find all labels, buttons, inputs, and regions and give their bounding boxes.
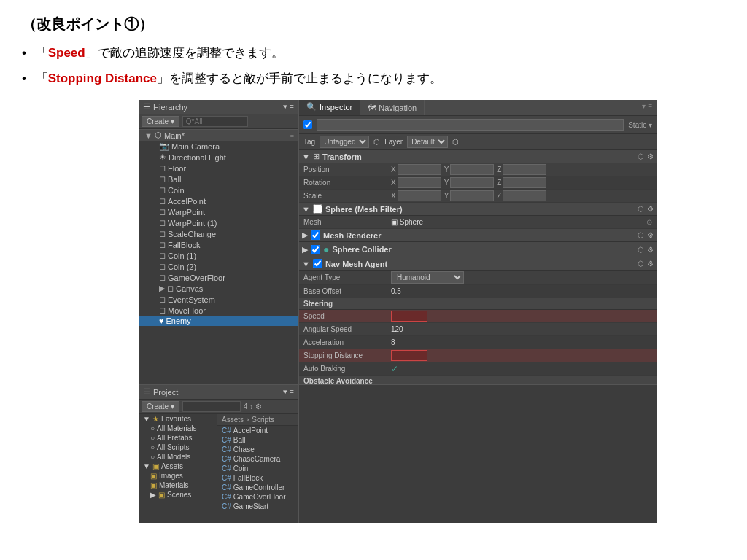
steering-section: Steering bbox=[299, 298, 657, 310]
rot-y-input[interactable]: 0 bbox=[450, 177, 494, 188]
script-gamestart[interactable]: C# GameStart bbox=[217, 502, 298, 511]
hierarchy-title: ☰ Hierarchy bbox=[143, 102, 187, 112]
navigation-icon: 🗺 bbox=[368, 104, 376, 112]
warp1-icon: ◻ bbox=[159, 218, 166, 228]
images-folder[interactable]: ▣ Images bbox=[139, 471, 217, 481]
all-scripts[interactable]: ○ All Scripts bbox=[139, 443, 217, 452]
script-ball[interactable]: C# Ball bbox=[217, 435, 298, 445]
sphere-active[interactable] bbox=[313, 204, 322, 214]
hier-main-scene[interactable]: ▼ ⬡ Main* -= bbox=[139, 129, 298, 141]
hier-ball[interactable]: ◻ Ball bbox=[139, 174, 298, 184]
pos-z-input[interactable]: -4 bbox=[503, 164, 546, 175]
hier-warppoint[interactable]: ◻ WarpPoint bbox=[139, 206, 298, 217]
stopping-dist-row: Stopping Distance 2 bbox=[299, 349, 657, 362]
script-accelpoint[interactable]: C# AccelPoint bbox=[217, 426, 298, 435]
script-chasecamera[interactable]: C# ChaseCamera bbox=[217, 454, 298, 464]
assets-breadcrumb: Assets bbox=[222, 416, 244, 424]
hier-dir-light[interactable]: ☀ Directional Light bbox=[139, 152, 298, 163]
pos-x-input[interactable]: 3.24 bbox=[398, 164, 441, 175]
hier-coin2[interactable]: ◻ Coin (2) bbox=[139, 261, 298, 272]
hier-main-camera[interactable]: 📷 Main Camera bbox=[139, 141, 298, 152]
rotation-row: Rotation X 0 Y 0 Z 0 bbox=[299, 176, 657, 190]
mesh-value-container: ▣ Sphere bbox=[391, 218, 646, 226]
rot-x-input[interactable]: 0 bbox=[398, 177, 441, 188]
sphere-ref-icon: ⬡ bbox=[638, 205, 644, 213]
scale-y-input[interactable]: 1 bbox=[450, 190, 494, 201]
hier-coin[interactable]: ◻ Coin bbox=[139, 184, 298, 195]
hier-eventsystem[interactable]: ◻ EventSystem bbox=[139, 294, 298, 305]
obj-active-checkbox[interactable] bbox=[303, 120, 312, 129]
hierarchy-create-btn[interactable]: Create ▾ bbox=[142, 116, 179, 127]
rot-x-label: X bbox=[391, 179, 396, 187]
speed-keyword: Speed bbox=[48, 46, 85, 60]
mesh-row: Mesh ▣ Sphere ⊙ bbox=[299, 216, 657, 229]
bullet-stopping: 「Stopping Distance」を調整すると敵が手前で止まるようになります… bbox=[22, 69, 725, 88]
project-toolbar[interactable]: Create ▾ 4 ↕ ⚙ bbox=[139, 400, 298, 414]
scenes-folder[interactable]: ▶ ▣ Scenes bbox=[139, 490, 217, 499]
hier-accelpoint[interactable]: ◻ AccelPoint bbox=[139, 195, 298, 206]
tab-inspector[interactable]: 🔍 Inspector bbox=[299, 100, 360, 115]
mesh-renderer-header[interactable]: ▶ Mesh Renderer ⬡ ⚙ bbox=[299, 229, 657, 242]
meshrenderer-active[interactable] bbox=[311, 230, 320, 240]
base-offset-value: 0.5 bbox=[391, 287, 652, 295]
pos-y-input[interactable]: 0.5 bbox=[450, 164, 494, 175]
inspector-panel: 🔍 Inspector 🗺 Navigation ▾ = Enemy Stati… bbox=[299, 100, 657, 384]
speed-input[interactable]: 2 bbox=[391, 311, 427, 322]
script-gameoverfloor[interactable]: C# GameOverFloor bbox=[217, 492, 298, 502]
agent-type-select[interactable]: Humanoid bbox=[391, 271, 464, 284]
sphere-label: Sphere (Mesh Filter) bbox=[325, 205, 403, 214]
nav-ref-icon: ⬡ bbox=[638, 260, 644, 268]
speed-label: Speed bbox=[303, 312, 391, 320]
assets-label: Assets bbox=[161, 462, 183, 470]
sphere-mesh-header[interactable]: ▼ Sphere (Mesh Filter) ⬡ ⚙ bbox=[299, 203, 657, 216]
obj-name-field[interactable]: Enemy bbox=[317, 119, 624, 131]
hier-movefloor[interactable]: ◻ MoveFloor bbox=[139, 305, 298, 316]
script-coin[interactable]: C# Coin bbox=[217, 464, 298, 473]
sphere-collider-header[interactable]: ▶ ● Sphere Collider ⬡ ⚙ bbox=[299, 242, 657, 257]
layer-select[interactable]: Default bbox=[407, 136, 448, 148]
hierarchy-search[interactable] bbox=[182, 116, 248, 127]
scene-options: -= bbox=[288, 132, 294, 139]
fav-arrow: ▼ bbox=[143, 415, 150, 423]
position-y-field: Y 0.5 bbox=[444, 164, 495, 175]
tag-select[interactable]: Untagged bbox=[320, 136, 369, 148]
scale-label: Scale bbox=[303, 192, 391, 200]
hier-enemy[interactable]: ♥ Enemy bbox=[139, 316, 298, 326]
scale-x-input[interactable]: 1 bbox=[398, 190, 441, 201]
allmodel-icon: ○ bbox=[150, 453, 155, 461]
nav-mesh-header[interactable]: ▼ Nav Mesh Agent ⬡ ⚙ bbox=[299, 257, 657, 271]
cs-icon-gof: C# bbox=[222, 493, 231, 501]
stopping-dist-input[interactable]: 2 bbox=[391, 350, 427, 361]
speed-value-container: 2 bbox=[391, 311, 652, 322]
annotation-section: （改良ポイント①） 「Speed」で敵の追跡速度を調整できます。 「Stoppi… bbox=[22, 15, 725, 88]
hier-scalechange[interactable]: ◻ ScaleChange bbox=[139, 228, 298, 239]
hier-fallblock[interactable]: ◻ FallBlock bbox=[139, 239, 298, 250]
hier-canvas[interactable]: ▶ ◻ Canvas bbox=[139, 283, 298, 294]
eventsystem-label: EventSystem bbox=[168, 295, 215, 304]
assets-folder[interactable]: ▼ ▣ Assets bbox=[139, 462, 217, 471]
project-search[interactable] bbox=[182, 401, 241, 412]
script-chase[interactable]: C# Chase bbox=[217, 445, 298, 454]
all-prefabs[interactable]: ○ All Prefabs bbox=[139, 433, 217, 443]
script-gamecontroller[interactable]: C# GameController bbox=[217, 483, 298, 492]
hier-gameoverfloor[interactable]: ◻ GameOverFloor bbox=[139, 272, 298, 283]
scale-z-input[interactable]: 1 bbox=[503, 190, 546, 201]
hier-warppoint1[interactable]: ◻ WarpPoint (1) bbox=[139, 217, 298, 228]
transform-header[interactable]: ▼ ⊞ Transform ⬡ ⚙ bbox=[299, 150, 657, 163]
all-materials[interactable]: ○ All Materials bbox=[139, 424, 217, 433]
script-fallblock[interactable]: C# FallBlock bbox=[217, 473, 298, 483]
collider-active[interactable] bbox=[311, 245, 320, 254]
rot-z-input[interactable]: 0 bbox=[503, 177, 546, 188]
collider-settings-icon: ⚙ bbox=[647, 246, 654, 254]
materials-folder[interactable]: ▣ Materials bbox=[139, 481, 217, 490]
tab-navigation[interactable]: 🗺 Navigation bbox=[360, 100, 425, 115]
hier-coin1[interactable]: ◻ Coin (1) bbox=[139, 250, 298, 261]
favorites-folder[interactable]: ▼ ★ Favorites bbox=[139, 414, 217, 424]
hierarchy-toolbar[interactable]: Create ▾ bbox=[139, 114, 298, 129]
hier-floor[interactable]: ◻ Floor bbox=[139, 163, 298, 174]
nav-active[interactable] bbox=[313, 259, 322, 268]
scale-x-field: X 1 bbox=[391, 190, 441, 201]
allprefab-icon: ○ bbox=[150, 434, 155, 442]
all-models[interactable]: ○ All Models bbox=[139, 452, 217, 462]
project-create-btn[interactable]: Create ▾ bbox=[142, 401, 179, 412]
